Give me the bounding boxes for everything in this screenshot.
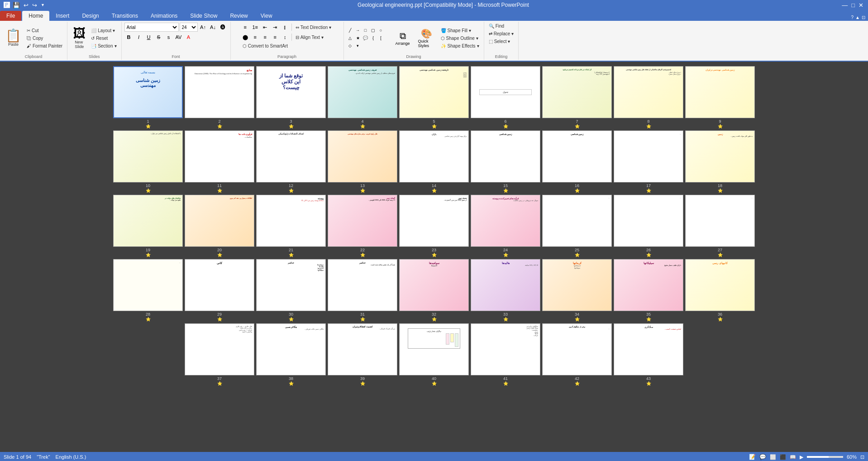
decrease-font-btn[interactable]: A↓ [209, 23, 218, 32]
slide-thumb-29[interactable]: کانی [185, 259, 254, 311]
shadow-btn[interactable]: s [164, 33, 173, 42]
slideshow-btn[interactable]: ▶ [800, 454, 803, 460]
shape-brace[interactable]: { [370, 34, 377, 42]
text-direction-btn[interactable]: ⇔ Text Direction ▾ [294, 24, 334, 31]
slide-panel[interactable]: بسمه تعالی زمین شناسی مهندسی 1 ⭐ منابع G… [0, 62, 868, 452]
align-center-btn[interactable]: ≡ [251, 33, 260, 42]
slide-thumb-12[interactable]: اهداف اکتشافات ژئوتکنیکی [256, 130, 326, 182]
slide-thumb-1[interactable]: بسمه تعالی زمین شناسی مهندسی [113, 66, 183, 118]
find-button[interactable]: 🔍 Find [487, 23, 506, 29]
shape-rounded-rect[interactable]: ▢ [370, 27, 377, 34]
shape-bracket[interactable]: [ [377, 34, 385, 42]
slide-thumb-26[interactable]: ... [614, 195, 683, 247]
shape-line[interactable]: ╱ [347, 27, 354, 34]
slide-thumb-4[interactable]: تعریف زمین شناسی مهندسی تعریف‌های مختلف … [328, 66, 397, 118]
slide-thumb-37[interactable]: جلا--- فلزی --- غیر فلزیرنگ و رنگ خاکهسخ… [185, 323, 254, 375]
slide-thumb-41[interactable]: سنگهای تراورتینسنگ آهک ترسیدولومیتمرمرBD… [471, 323, 540, 375]
slide-thumb-34[interactable]: کربناتهافسعاناتهاسولماتها [542, 259, 612, 311]
align-text-btn[interactable]: ⊟ Align Text ▾ [294, 34, 325, 41]
normal-view-btn[interactable]: ⬜ [770, 454, 776, 460]
increase-indent-btn[interactable]: ⇥ [271, 23, 280, 32]
slide-thumb-18[interactable]: زمینبه طور کلی مواد، تافت، زمین... [685, 130, 755, 182]
slide-thumb-36[interactable]: کانیهای رسی [685, 259, 755, 311]
italic-btn[interactable]: I [134, 33, 143, 42]
slide-thumb-6[interactable]: جدول [471, 66, 540, 118]
shape-effects-btn[interactable]: ✨ Shape Effects ▾ [439, 43, 481, 49]
slide-thumb-10[interactable]: با استفاده از دانش زمین شناسی می توان... [113, 130, 183, 182]
shape-oval[interactable]: ○ [377, 27, 385, 34]
shape-diamond[interactable]: ◇ [347, 42, 354, 49]
comments-btn[interactable]: 💬 [759, 454, 766, 460]
slide-thumb-30[interactable]: عناصرسولفیدهاهالیدهااکسیدهاسیلیکاتها [256, 259, 326, 311]
slide-thumb-8[interactable]: تقسیم‌بندی کارهای ساختمانی از نقطه نظر ز… [614, 66, 683, 118]
font-name-select[interactable]: Arial [124, 23, 179, 32]
fit-btn[interactable]: ⊡ [860, 454, 864, 460]
slide-thumb-14[interactable]: بارانبراق بهینه گزارش زمین شناسی [399, 130, 469, 182]
arrange-button[interactable]: ⧉ Arrange [393, 29, 413, 48]
slide-thumb-16[interactable]: زمین شناسی [542, 130, 612, 182]
slide-thumb-22[interactable]: گوشته زمین5 درصد فریاد 2900 الی 2900 کیل… [328, 195, 397, 247]
tab-design[interactable]: Design [76, 11, 105, 21]
underline-btn[interactable]: U [144, 33, 153, 42]
slide-thumb-2[interactable]: منابع Giacciosiz (1969): The Rise of Geo… [185, 66, 254, 118]
save-btn[interactable]: 💾 [12, 2, 21, 9]
cut-button[interactable]: ✂ Cut [25, 27, 64, 34]
align-left-btn[interactable]: ⬤ [241, 33, 250, 42]
minimize-btn[interactable]: — [841, 2, 849, 9]
clear-format-btn[interactable]: 🅐 [219, 23, 228, 32]
slide-thumb-19[interactable]: ساختمان های دولت درجلوه می تواند... [113, 195, 183, 247]
tab-animations[interactable]: Animations [144, 11, 184, 21]
slide-thumb-32[interactable]: سولفیدهااکسیدها [399, 259, 469, 311]
font-size-select[interactable]: 24 [180, 23, 198, 32]
tab-review[interactable]: Review [224, 11, 254, 21]
slide-thumb-27[interactable]: ... [685, 195, 755, 247]
reset-button[interactable]: ↺ Reset [89, 35, 118, 42]
char-spacing-btn[interactable]: AV [174, 33, 183, 42]
bold-btn[interactable]: B [124, 33, 134, 42]
slide-thumb-35[interactable]: سیلیکاتهادارای طیف بسیار متنوع [614, 259, 683, 311]
shape-arrow[interactable]: → [354, 27, 362, 34]
slide-thumb-7[interactable]: اثر تنشات بر علم مرداده تقسیم می‌شود 1-ب… [542, 66, 612, 118]
expand-btn[interactable]: ⊡ [862, 15, 865, 20]
shape-fill-btn[interactable]: 🪣 Shape Fill ▾ [439, 27, 481, 34]
slide-thumb-11[interactable]: فرآوری داده هامحاسبات... [185, 130, 254, 182]
shape-rect[interactable]: □ [362, 27, 369, 34]
bullets-btn[interactable]: ≡ [241, 23, 250, 32]
numbering-btn[interactable]: 1≡ [251, 23, 260, 32]
close-btn[interactable]: ✕ [858, 2, 864, 9]
redo-btn[interactable]: ↪ [31, 2, 38, 9]
slide-thumb-20[interactable]: اطلاعات بسیار پی دهد کم پیرو [185, 195, 254, 247]
slide-thumb-42[interactable]: برخی از سنگهای آذرین... [542, 323, 612, 375]
slide-thumb-40[interactable]: دیاگرام مقدار ترتیب [399, 323, 469, 375]
shape-triangle[interactable]: △ [347, 34, 354, 42]
qa-dropdown-btn[interactable]: ▼ [40, 3, 46, 7]
tab-home[interactable]: Home [22, 11, 49, 21]
convert-smartart-btn[interactable]: ⬡ Convert to SmartArt [241, 43, 290, 49]
line-spacing-btn[interactable]: ↕ [281, 33, 290, 42]
slide-thumb-25[interactable]: ... [542, 195, 612, 247]
reading-view-btn[interactable]: 📖 [790, 454, 796, 460]
help-icon[interactable]: ? [851, 15, 854, 20]
slide-thumb-21[interactable]: پوستهمجاط پوسته زمین من S الی 65 [256, 195, 326, 247]
notes-btn[interactable]: 📝 [749, 454, 756, 460]
replace-button[interactable]: ⇄ Replace ▾ [487, 30, 516, 37]
slide-thumb-15[interactable]: زمین شناسی [471, 130, 540, 182]
align-right-btn[interactable]: ≡ [261, 33, 270, 42]
slide-thumb-5[interactable]: تاریخچه زمین شناسی مهندسی 177618341343 [399, 66, 469, 118]
ribbon-collapse-btn[interactable]: ▲ [855, 15, 860, 20]
decrease-indent-btn[interactable]: ⇤ [261, 23, 270, 32]
new-slide-button[interactable]: 🖼 NewSlide [70, 25, 88, 51]
slide-thumb-23[interactable]: هسته زمیناز عمق 2900 مرز مرز گسترده... [399, 195, 469, 247]
slide-thumb-43[interactable]: سنگ‌گریاساس، صنعت، کسب... [614, 323, 683, 375]
shape-more[interactable]: ▾ [354, 42, 362, 49]
slide-thumb-31[interactable]: عناصرعمدتاً از یک عنصر ساخته شده است [328, 259, 397, 311]
select-button[interactable]: ⬚ Select ▾ [487, 38, 512, 45]
columns-btn[interactable]: ⫿ [281, 23, 290, 32]
shape-outline-btn[interactable]: ⬡ Shape Outline ▾ [439, 35, 481, 42]
maximize-btn[interactable]: □ [850, 2, 856, 9]
justify-btn[interactable]: ≡ [271, 33, 280, 42]
zoom-slider[interactable] [807, 456, 843, 458]
shape-callout[interactable]: 💬 [362, 34, 369, 42]
tab-insert[interactable]: Insert [49, 11, 76, 21]
slide-thumb-24[interactable]: فرآیندهای تعبیرکننده پوستهسوال: چه نیروه… [471, 195, 540, 247]
